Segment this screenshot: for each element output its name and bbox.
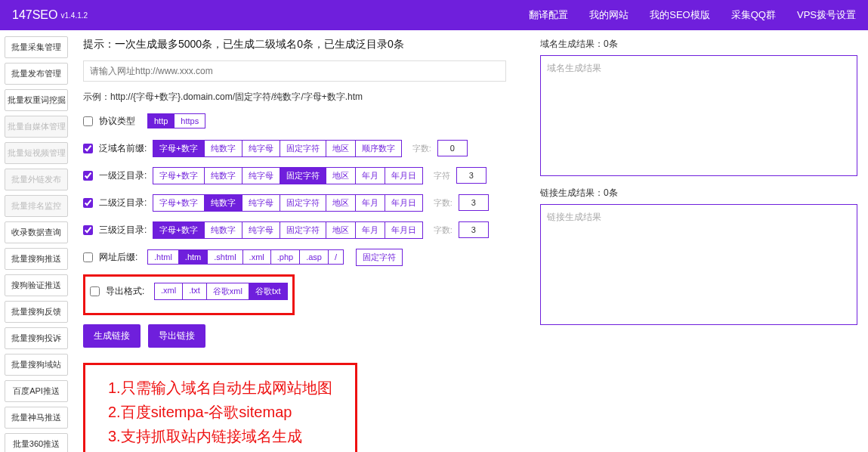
export-button[interactable]: 导出链接 — [148, 324, 205, 348]
suffix-chip-6[interactable]: / — [329, 249, 344, 265]
d2-chip-6[interactable]: 年月日 — [385, 194, 423, 212]
d3-checkbox[interactable] — [83, 225, 93, 235]
d1-chip-0[interactable]: 字母+数字 — [153, 167, 204, 184]
link-result-box[interactable]: 链接生成结果 — [540, 204, 857, 325]
prefix-checkbox[interactable] — [83, 144, 93, 153]
domain-result-label: 域名生成结果：0条 — [540, 38, 857, 51]
generate-button[interactable]: 生成链接 — [83, 324, 141, 348]
d1-number-input[interactable] — [456, 167, 487, 184]
d3-chip-6[interactable]: 年月日 — [385, 221, 423, 239]
d1-chip-5[interactable]: 年月 — [356, 167, 385, 184]
protocol-label: 协议类型 — [99, 115, 141, 128]
export-chip-0[interactable]: .xml — [154, 283, 183, 300]
export-checkbox[interactable] — [90, 286, 100, 296]
sidebar-item-8[interactable]: 批量搜狗推送 — [5, 248, 68, 270]
suffix-checkbox[interactable] — [83, 252, 93, 262]
d3-chip-1[interactable]: 纯数字 — [205, 221, 242, 239]
d3-chip-4[interactable]: 地区 — [326, 221, 356, 239]
prefix-hint: 字数: — [412, 143, 431, 154]
export-chip-3[interactable]: 谷歌txt — [249, 283, 288, 300]
nav-qq[interactable]: 采集QQ群 — [731, 8, 776, 22]
d2-hint: 字数: — [434, 197, 453, 209]
nav-translate[interactable]: 翻译配置 — [529, 8, 568, 22]
sidebar-item-2[interactable]: 批量权重词挖掘 — [5, 89, 68, 111]
nav-template[interactable]: 我的SEO模版 — [650, 8, 709, 22]
export-label: 导出格式: — [106, 285, 148, 298]
protocol-checkbox[interactable] — [83, 116, 93, 126]
prefix-chips: 字母+数字纯数字纯字母固定字符地区顺序数字 — [153, 140, 401, 157]
prefix-chip-0[interactable]: 字母+数字 — [153, 140, 204, 157]
d3-hint: 字数: — [434, 224, 453, 236]
prefix-label: 泛域名前缀: — [99, 142, 147, 155]
row-protocol: 协议类型httphttps — [83, 111, 527, 131]
row-d2: 二级泛目录:字母+数字纯数字纯字母固定字符地区年月年月日字数: — [83, 193, 527, 212]
protocol-chips: httphttps — [147, 113, 205, 128]
sidebar-item-9[interactable]: 搜狗验证推送 — [5, 274, 68, 296]
top-nav: 翻译配置 我的网站 我的SEO模版 采集QQ群 VPS拨号设置 — [529, 8, 856, 22]
d1-chip-3[interactable]: 固定字符 — [280, 167, 326, 184]
d1-hint: 字符 — [434, 170, 450, 181]
d2-checkbox[interactable] — [83, 198, 93, 208]
d2-label: 二级泛目录: — [99, 197, 147, 209]
tip-text: 提示：一次生成最多5000条，已生成二级域名0条，已生成泛目录0条 — [83, 38, 527, 51]
link-result-label: 链接生成结果：0条 — [540, 187, 857, 200]
d1-chip-1[interactable]: 纯数字 — [205, 167, 242, 184]
sidebar-item-12[interactable]: 批量搜狗域站 — [5, 354, 68, 376]
d1-chip-2[interactable]: 纯字母 — [242, 167, 280, 184]
prefix-chip-2[interactable]: 纯字母 — [242, 140, 280, 157]
suffix-chips: .html.htm.shtml.xml.php.asp/ — [147, 249, 344, 265]
d2-chip-1[interactable]: 纯数字 — [205, 194, 242, 212]
suffix-chip-2[interactable]: .shtml — [208, 249, 242, 265]
callout-line-1: 1.只需输入域名自动生成网站地图 — [108, 376, 332, 400]
suffix-chip-3[interactable]: .xml — [243, 249, 271, 265]
suffix-chip-0[interactable]: .html — [147, 249, 179, 265]
suffix-label: 网址后缀: — [99, 251, 141, 264]
export-chip-2[interactable]: 谷歌xml — [207, 283, 249, 300]
nav-mysite[interactable]: 我的网站 — [589, 8, 629, 22]
d2-chip-4[interactable]: 地区 — [326, 194, 356, 212]
d1-chip-6[interactable]: 年月日 — [385, 167, 423, 184]
sidebar-item-1[interactable]: 批量发布管理 — [5, 63, 68, 85]
sidebar-item-5: 批量外链发布 — [5, 169, 68, 190]
d2-number-input[interactable] — [459, 194, 489, 211]
prefix-number-input[interactable] — [437, 140, 468, 156]
topbar: 147SEO v1.4.1.2 翻译配置 我的网站 我的SEO模版 采集QQ群 … — [0, 0, 868, 30]
d2-chip-3[interactable]: 固定字符 — [280, 194, 326, 212]
sidebar-item-13[interactable]: 百度API推送 — [5, 380, 68, 402]
prefix-chip-4[interactable]: 地区 — [326, 140, 356, 157]
d3-chip-3[interactable]: 固定字符 — [280, 221, 326, 239]
sidebar-item-10[interactable]: 批量搜狗反馈 — [5, 301, 68, 323]
domain-result-box[interactable]: 域名生成结果 — [540, 55, 857, 176]
prefix-chip-1[interactable]: 纯数字 — [205, 140, 242, 157]
d3-chip-5[interactable]: 年月 — [356, 221, 385, 239]
d1-checkbox[interactable] — [83, 171, 93, 181]
d3-chip-0[interactable]: 字母+数字 — [153, 221, 204, 239]
nav-vps[interactable]: VPS拨号设置 — [797, 8, 856, 22]
suffix-chip-1[interactable]: .htm — [179, 249, 208, 265]
sidebar-item-14[interactable]: 批量神马推送 — [5, 407, 68, 429]
sidebar-item-7[interactable]: 收录数据查询 — [5, 221, 68, 243]
suffix-chip-4[interactable]: .php — [271, 249, 300, 265]
d2-chip-2[interactable]: 纯字母 — [242, 194, 280, 212]
export-chip-1[interactable]: .txt — [183, 283, 207, 300]
suffix-extra-chip[interactable]: 固定字符 — [356, 249, 403, 266]
d1-chip-4[interactable]: 地区 — [326, 167, 356, 184]
d3-number-input[interactable] — [459, 221, 489, 238]
row-export: 导出格式:.xml.txt谷歌xml谷歌txt — [90, 281, 288, 301]
protocol-chip-0[interactable]: http — [147, 113, 175, 128]
protocol-chip-1[interactable]: https — [175, 113, 205, 128]
export-chips: .xml.txt谷歌xml谷歌txt — [154, 283, 288, 300]
d2-chip-5[interactable]: 年月 — [356, 194, 385, 212]
suffix-chip-5[interactable]: .asp — [300, 249, 329, 265]
url-input[interactable] — [83, 60, 506, 82]
prefix-chip-3[interactable]: 固定字符 — [280, 140, 326, 157]
sidebar-item-11[interactable]: 批量搜狗投诉 — [5, 327, 68, 349]
d3-chips: 字母+数字纯数字纯字母固定字符地区年月年月日 — [153, 221, 422, 239]
sidebar-item-15[interactable]: 批量360推送 — [5, 433, 68, 452]
d2-chip-0[interactable]: 字母+数字 — [153, 194, 204, 212]
prefix-chip-5[interactable]: 顺序数字 — [356, 140, 402, 157]
example-text: 示例：http://{字母+数字}.domain.com/固定字符/纯数字/字母… — [83, 91, 527, 104]
d3-chip-2[interactable]: 纯字母 — [242, 221, 280, 239]
sidebar-item-0[interactable]: 批量采集管理 — [5, 36, 68, 58]
brand-name: 147SEO — [12, 8, 57, 22]
